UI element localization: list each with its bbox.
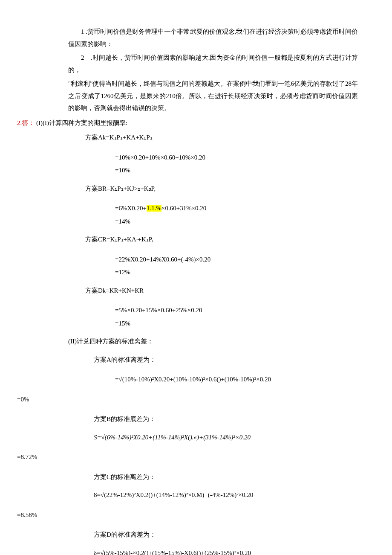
std-a-result: =0%: [17, 393, 375, 406]
scheme-b-formula-1: =6%X0.20+1.1.%×0.60+31%×0.20: [115, 202, 375, 215]
std-a-formula: =√(10%-10%)²X0.20+(10%-10%)²×0.6()+(10%-…: [115, 373, 375, 386]
scheme-b-formula-1b: ×0.60+31%×0.20: [161, 205, 206, 212]
answer-line: 2.答： (I)(I)计算四种方案的期里报酬率:: [17, 117, 375, 129]
scheme-c-title: 方案CR=K₁P₁+KΛ·+K₁Pⱼ: [85, 233, 375, 246]
std-b-result: =8.72%: [17, 451, 375, 463]
document-page: 1 .货币时间价值是财务管理中一个非常武要的价值观念,我们在进行经济决策时必须考…: [0, 0, 392, 555]
scheme-a-title: 方案Ak=K₁P₁+KΛ+K₁P₁: [85, 131, 375, 144]
scheme-a-result: =10%: [115, 164, 375, 177]
std-d-formula: δ=√(5%-15%)-×0.2()+(15%-15%)-X0.6()+(25%…: [94, 547, 375, 555]
std-c-formula: 8=√(22%-12%)²X0.2()+(14%-12%)²×0.M)+(-4%…: [94, 489, 375, 501]
intro-paragraph-2b: "利滚利"使得当时间越长，终值与现值之间的差额越大。在案例中我们看到一笔6亿美元…: [68, 78, 358, 114]
intro-paragraph-2a: 2 .时间越长，货币时间价值因素的影响越大.因为资金的时间价值一般都是按夏利的方…: [68, 52, 358, 76]
highlight-text: 1.1.%: [147, 205, 161, 212]
std-c-title: 方案C的标准离差为：: [94, 471, 375, 483]
part-ii-title: (II)计兑四种方案的标准离差：: [68, 335, 375, 348]
intro-paragraph-1: 1 .货币时间价值是财务管理中一个非常武要的价值观念,我们在进行经济决策时必须考…: [68, 26, 358, 50]
part-i-title: (I)(I)计算四种方案的期里报酬率:: [36, 119, 127, 126]
std-b-formula: S=√(6%-14%)²X0.20+(11%-14%)²X().«)+(31%-…: [94, 431, 375, 444]
std-c-result: =8.58%: [17, 509, 375, 521]
std-d-title: 方案D的标准离差为：: [94, 529, 375, 541]
std-b-title: 方案B的标准底差为：: [94, 413, 375, 425]
answer-label: 2.答：: [17, 119, 35, 126]
scheme-d-title: 方案Dk=KR+KN+KR: [85, 285, 375, 297]
scheme-c-formula-1: =22%X0.20+14%X0.60+(-4%)×0.20: [115, 253, 375, 266]
scheme-a-formula-1: =10%×0.20+10%×0.60+10%×0.20: [115, 151, 375, 164]
scheme-c-result: =12%: [115, 266, 375, 279]
scheme-d-result: =15%: [115, 317, 375, 330]
scheme-b-formula-1a: =6%X0.20+: [115, 205, 147, 212]
scheme-b-result: =14%: [115, 215, 375, 228]
intro-block: 1 .货币时间价值是财务管理中一个非常武要的价值观念,我们在进行经济决策时必须考…: [68, 26, 358, 114]
scheme-d-formula-1: =5%×0.20+15%×0.60+25%×0.20: [115, 304, 375, 317]
std-a-title: 方案A的标准离差为：: [94, 354, 375, 366]
scheme-b-title: 方案BR=K₁P₁+KJ>₂+K₃P,: [85, 183, 375, 195]
